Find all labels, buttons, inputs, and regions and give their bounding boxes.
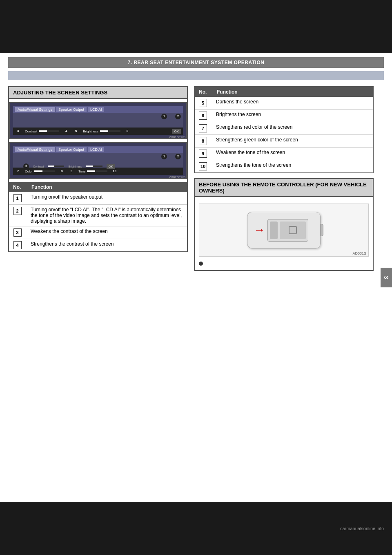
num-badge: 1 xyxy=(13,194,22,202)
screen2-tab1: Audio/Visual Settings xyxy=(15,147,55,152)
watermark-text: carmanualsonline.info xyxy=(340,526,384,531)
right-table-header-no: No. xyxy=(194,87,213,97)
left-table-header-function: Function xyxy=(27,182,187,192)
right-table-row: 5Darkens the screen xyxy=(194,97,373,110)
screen1-top-bar: Audio/Visual Settings Speaker Output LCD… xyxy=(13,106,183,113)
remote-side-button xyxy=(320,224,323,236)
remote-section-box: BEFORE USING THE REMOTE CONTROLLER (FOR … xyxy=(194,178,374,271)
page-footer: carmanualsonline.info xyxy=(0,502,392,555)
right-table-function: Strengthens red color of the screen xyxy=(213,122,373,135)
remote-note xyxy=(199,260,369,267)
screen2-top-bar: Audio/Visual Settings Speaker Output LCD… xyxy=(13,146,183,153)
num-badge: 9 xyxy=(199,150,207,158)
remote-section-content: → xyxy=(195,197,373,270)
screen2-num1: 1 xyxy=(161,154,167,159)
left-table-function: Turning on/off the speaker output xyxy=(27,192,187,205)
screen1-tab1: Audio/Visual Settings xyxy=(15,107,55,112)
screen1-contrast: Contrast xyxy=(25,130,59,133)
right-table-num: 10 xyxy=(194,160,213,173)
left-table-num: 4 xyxy=(9,239,27,252)
right-table-function: Strengthens green color of the screen xyxy=(213,135,373,148)
screen1-num3: 3 xyxy=(15,128,21,134)
left-function-table: No. Function 1Turning on/off the speaker… xyxy=(9,182,187,251)
screen1-tab3: LCD AI xyxy=(88,107,105,112)
screen2-num3b: 3 xyxy=(23,163,29,169)
remote-controller-image: → xyxy=(199,204,369,257)
remote-body: → xyxy=(247,212,321,248)
screen1-num5: 5 xyxy=(73,128,79,134)
left-table-function: Strengthens the contrast of the screen xyxy=(27,239,187,252)
right-table-row: 8Strengthens green color of the screen xyxy=(194,135,373,148)
chapter-number: 3 xyxy=(383,276,390,279)
right-table-num: 5 xyxy=(194,97,213,110)
left-table-row: 1Turning on/off the speaker output xyxy=(9,192,187,205)
num-badge: 6 xyxy=(199,112,207,120)
right-table-row: 7Strengthens red color of the screen xyxy=(194,122,373,135)
left-table-row: 4Strengthens the contrast of the screen xyxy=(9,239,187,252)
adjusting-screen-box: ADJUSTING THE SCREEN SETTINGS Audio/Visu… xyxy=(8,86,188,252)
right-function-table: No. Function 5Darkens the screen6Brighte… xyxy=(194,86,374,173)
left-table-row: 2Turning on/off the "LCD AI". The "LCD A… xyxy=(9,205,187,226)
screen2-tone: Tone xyxy=(78,170,107,173)
num-badge: 4 xyxy=(13,241,22,249)
remote-title-text: BEFORE USING THE REMOTE CONTROLLER (FOR … xyxy=(199,181,367,194)
screen2-color: Color xyxy=(25,170,55,173)
right-table-header-function: Function xyxy=(213,87,373,97)
screen1-numbers: 1 2 xyxy=(13,113,183,120)
num-badge: 7 xyxy=(199,124,207,132)
screen2-tab2: Speaker Output xyxy=(56,147,87,152)
screen1-num4: 4 xyxy=(63,128,69,134)
left-table-function: Weakens the contrast of the screen xyxy=(27,226,187,239)
right-table-function: Darkens the screen xyxy=(213,97,373,110)
screen2-num9: 9 xyxy=(69,168,74,174)
screen-image-2: Audio/Visual Settings Speaker Output LCD… xyxy=(9,142,187,179)
right-table-function: Strengthens the tone of the screen xyxy=(213,160,373,173)
left-table-function: Turning on/off the "LCD AI". The "LCD AI… xyxy=(27,205,187,226)
remote-section-title: BEFORE USING THE REMOTE CONTROLLER (FOR … xyxy=(195,179,373,197)
num-badge: 5 xyxy=(199,99,207,107)
screen2-num8: 8 xyxy=(59,168,65,174)
screen2-num10: 10 xyxy=(111,168,117,174)
screen2-num2: 2 xyxy=(175,154,181,159)
screen2-code: 6002STUS xyxy=(169,175,185,179)
right-table-row: 9Weakens the tone of the screen xyxy=(194,148,373,160)
screen2-tab3: LCD AI xyxy=(88,147,105,152)
chapter-tab: 3 xyxy=(381,268,392,287)
remote-screen xyxy=(267,219,308,242)
adjusting-title-text: ADJUSTING THE SCREEN SETTINGS xyxy=(13,90,107,96)
right-table-row: 10Strengthens the tone of the screen xyxy=(194,160,373,173)
screen1-code: 6001STUS xyxy=(169,135,185,139)
num-badge: 3 xyxy=(13,228,22,237)
num-badge: 8 xyxy=(199,137,207,145)
screen2-ok: OK xyxy=(107,164,116,169)
left-table-num: 3 xyxy=(9,226,27,239)
header-text: 7. REAR SEAT ENTERTAINMENT SYSTEM OPERAT… xyxy=(128,60,265,65)
bullet-icon xyxy=(199,262,203,266)
num-badge: 10 xyxy=(199,162,207,170)
screen1-bottom-bar: 3 Contrast 4 5 Brightness xyxy=(13,128,183,135)
left-column: ADJUSTING THE SCREEN SETTINGS Audio/Visu… xyxy=(8,86,188,276)
right-table-row: 6Brightens the screen xyxy=(194,110,373,122)
num-badge: 2 xyxy=(13,207,22,215)
left-table-num: 1 xyxy=(9,192,27,205)
right-table-num: 9 xyxy=(194,148,213,160)
right-table-num: 8 xyxy=(194,135,213,148)
left-table-num: 2 xyxy=(9,205,27,226)
screen1-brightness: Brightness xyxy=(83,130,120,133)
left-table-row: 3Weakens the contrast of the screen xyxy=(9,226,187,239)
screen2-num7: 7 xyxy=(15,168,21,174)
remote-arrow-icon: → xyxy=(254,224,265,237)
page-header: 7. REAR SEAT ENTERTAINMENT SYSTEM OPERAT… xyxy=(8,57,384,68)
screen1-num6: 6 xyxy=(125,128,130,134)
screen2-numbers: 1 2 xyxy=(13,153,183,160)
sub-header xyxy=(8,71,384,80)
adjusting-screen-title: ADJUSTING THE SCREEN SETTINGS xyxy=(9,87,187,99)
right-column: No. Function 5Darkens the screen6Brighte… xyxy=(194,86,374,276)
screen1-num1: 1 xyxy=(161,114,167,119)
right-table-function: Brightens the screen xyxy=(213,110,373,122)
ad-code: AD031S xyxy=(352,251,366,255)
right-table-num: 6 xyxy=(194,110,213,122)
right-table-num: 7 xyxy=(194,122,213,135)
screen1-ok: OK xyxy=(172,129,181,134)
main-content: ADJUSTING THE SCREEN SETTINGS Audio/Visu… xyxy=(8,86,384,276)
